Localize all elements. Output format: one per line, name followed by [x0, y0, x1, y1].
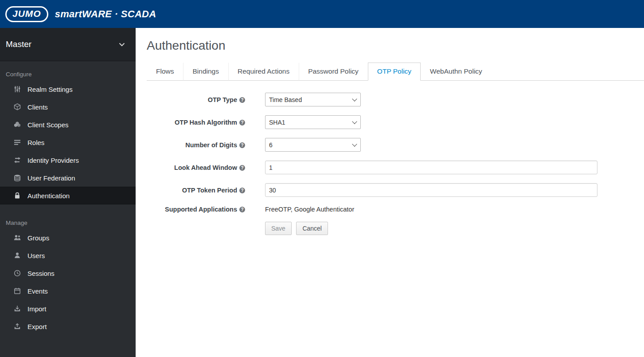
section-label-manage: Manage — [6, 220, 136, 226]
help-icon[interactable] — [239, 188, 245, 193]
sidebar-item-events[interactable]: Events — [0, 282, 136, 300]
exchange-arrows-icon — [13, 157, 21, 164]
sidebar-item-label: Client Scopes — [27, 121, 69, 129]
sidebar-item-label: Users — [27, 252, 45, 259]
form-row-number-of-digits: Number of Digits 6 — [147, 138, 644, 152]
sidebar-item-label: Events — [27, 287, 48, 295]
calendar-icon — [13, 287, 21, 294]
otp-token-period-input[interactable] — [265, 183, 597, 197]
cube-icon — [13, 103, 21, 110]
field-label-text: OTP Token Period — [182, 187, 237, 194]
sidebar-item-sessions[interactable]: Sessions — [0, 264, 136, 282]
brand-title: smartWARE · SCADA — [55, 8, 156, 20]
sidebar-item-realm-settings[interactable]: Realm Settings — [0, 80, 136, 98]
otp-type-select-wrap: Time Based — [265, 93, 361, 106]
sidebar-item-label: Import — [27, 305, 47, 313]
field-label: OTP Type — [147, 96, 245, 103]
form-row-look-ahead-window: Look Ahead Window — [147, 161, 644, 174]
sidebar-item-label: Authentication — [27, 192, 70, 200]
otp-hash-algorithm-select-wrap: SHA1 — [265, 115, 361, 129]
sidebar-item-identity-providers[interactable]: Identity Providers — [0, 151, 136, 169]
sliders-icon — [13, 86, 21, 93]
sidebar-item-groups[interactable]: Groups — [0, 229, 136, 247]
help-icon[interactable] — [239, 207, 245, 212]
field-label: OTP Token Period — [147, 187, 245, 194]
sidebar-item-label: Roles — [27, 139, 44, 146]
tab-password-policy[interactable]: Password Policy — [299, 63, 368, 81]
jumo-logo: JUMO — [5, 6, 48, 22]
otp-hash-algorithm-select[interactable]: SHA1 — [265, 115, 361, 129]
look-ahead-window-input[interactable] — [265, 161, 597, 174]
button-group: Save Cancel — [265, 222, 328, 235]
sidebar-item-users[interactable]: Users — [0, 247, 136, 264]
sidebar-item-import[interactable]: Import — [0, 300, 136, 318]
sidebar: Master Configure Realm Settings Clients … — [0, 28, 136, 357]
realm-selector[interactable]: Master — [0, 28, 136, 61]
sidebar-item-client-scopes[interactable]: Client Scopes — [0, 116, 136, 133]
import-icon — [13, 305, 21, 312]
sidebar-item-label: Identity Providers — [27, 157, 79, 164]
sidebar-item-authentication[interactable]: Authentication — [0, 187, 136, 204]
page-layout: Master Configure Realm Settings Clients … — [0, 28, 644, 357]
help-icon[interactable] — [239, 97, 245, 103]
field-label: OTP Hash Algorithm — [147, 119, 245, 126]
export-icon — [13, 323, 21, 330]
number-of-digits-select[interactable]: 6 — [265, 138, 361, 152]
form-row-supported-applications: Supported Applications FreeOTP, Google A… — [147, 206, 644, 213]
sidebar-item-label: Realm Settings — [27, 86, 73, 93]
sidebar-item-label: Groups — [27, 234, 49, 242]
clock-icon — [13, 270, 21, 277]
field-label: Supported Applications — [147, 206, 245, 213]
groups-icon — [13, 234, 21, 241]
page-title: Authentication — [147, 39, 644, 53]
form-row-otp-type: OTP Type Time Based — [147, 93, 644, 106]
tab-bindings[interactable]: Bindings — [183, 63, 228, 81]
cubes-icon — [13, 121, 21, 128]
user-icon — [13, 252, 21, 259]
field-label-text: OTP Hash Algorithm — [175, 119, 237, 126]
help-icon[interactable] — [239, 165, 245, 171]
number-of-digits-select-wrap: 6 — [265, 138, 361, 152]
main-content: Authentication Flows Bindings Required A… — [136, 28, 644, 357]
field-label-text: Number of Digits — [185, 141, 237, 149]
chevron-down-icon — [119, 43, 125, 47]
form-row-otp-token-period: OTP Token Period — [147, 183, 644, 197]
lock-icon — [13, 192, 21, 199]
tab-required-actions[interactable]: Required Actions — [228, 63, 299, 81]
sidebar-item-label: User Federation — [27, 174, 75, 182]
otp-policy-form: OTP Type Time Based OTP Hash Algorithm S… — [147, 93, 644, 235]
sidebar-item-user-federation[interactable]: User Federation — [0, 169, 136, 187]
sidebar-item-clients[interactable]: Clients — [0, 98, 136, 116]
help-icon[interactable] — [239, 120, 245, 126]
sidebar-item-export[interactable]: Export — [0, 318, 136, 335]
field-label-text: Look Ahead Window — [174, 164, 237, 171]
section-label-configure: Configure — [6, 71, 136, 78]
cancel-button[interactable]: Cancel — [296, 222, 328, 235]
sidebar-item-label: Sessions — [27, 270, 55, 277]
save-button[interactable]: Save — [265, 222, 292, 235]
list-icon — [13, 139, 21, 146]
form-buttons: Save Cancel — [147, 222, 644, 235]
sidebar-item-label: Clients — [27, 103, 48, 111]
tab-webauthn-policy[interactable]: WebAuthn Policy — [421, 63, 492, 81]
supported-applications-value: FreeOTP, Google Authenticator — [265, 206, 354, 213]
otp-type-select[interactable]: Time Based — [265, 93, 361, 106]
tab-otp-policy[interactable]: OTP Policy — [368, 63, 421, 81]
database-icon — [13, 174, 21, 181]
help-icon[interactable] — [239, 142, 245, 148]
sidebar-item-label: Export — [27, 323, 47, 330]
tab-bar: Flows Bindings Required Actions Password… — [147, 63, 644, 81]
field-label: Number of Digits — [147, 141, 245, 149]
field-label: Look Ahead Window — [147, 164, 245, 171]
field-label-text: OTP Type — [208, 96, 237, 103]
sidebar-item-roles[interactable]: Roles — [0, 133, 136, 151]
field-label-text: Supported Applications — [165, 206, 237, 213]
section-gap — [0, 204, 136, 210]
form-row-otp-hash-algorithm: OTP Hash Algorithm SHA1 — [147, 115, 644, 129]
app-header: JUMO smartWARE · SCADA — [0, 0, 644, 28]
tab-flows[interactable]: Flows — [147, 63, 183, 81]
realm-name: Master — [6, 39, 31, 49]
